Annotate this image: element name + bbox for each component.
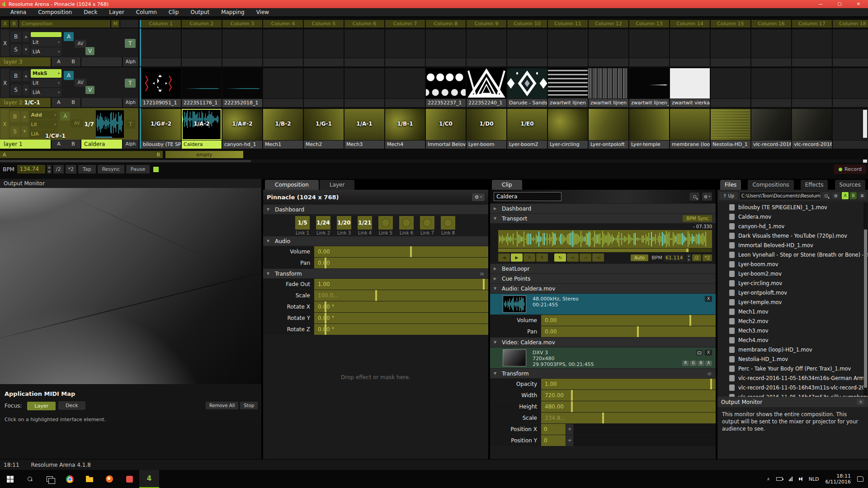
path-input[interactable]: C:\Users\Toon\Documents\Resolume\Clips <box>739 192 821 200</box>
rotate-x-slider[interactable]: 0.00 ° <box>314 301 488 312</box>
clip-cell[interactable]: Lyer-circling <box>548 108 588 149</box>
section-clip-audio[interactable]: ▼Audio: Caldera.mov <box>490 284 716 293</box>
column-header[interactable]: Column 11 <box>548 20 588 28</box>
start-button[interactable] <box>0 470 20 488</box>
file-row[interactable]: membrane (loop)-HD_1.mov <box>717 345 868 354</box>
menu-arena[interactable]: Arena <box>5 9 32 15</box>
file-list-scrollbar[interactable] <box>863 202 868 396</box>
clip-cell[interactable]: zwartwit lijnen h... <box>548 67 588 107</box>
file-row[interactable]: vlc-record-2016-11-05-16h43m11s-vlc-reco… <box>717 383 868 392</box>
empty-clip-cell[interactable] <box>182 28 222 66</box>
composition-x-button[interactable]: X <box>1 20 9 28</box>
column-header[interactable]: Column 15 <box>711 20 750 28</box>
empty-clip-cell[interactable] <box>629 28 669 66</box>
tab-sources[interactable]: Sources <box>835 180 865 190</box>
dashboard-link-7[interactable]: Link 7 <box>420 216 435 236</box>
section-output-monitor[interactable]: Output Monitor x <box>717 397 868 407</box>
focus-layer-button[interactable]: Layer <box>27 402 56 410</box>
menu-column[interactable]: Column <box>130 9 163 15</box>
close-icon[interactable]: X <box>705 296 712 302</box>
clip-cell[interactable]: 1/D0Lyer-boom <box>467 108 506 149</box>
volume-slider[interactable]: 0.00 <box>314 246 488 257</box>
layer1-blend-dropdown[interactable]: Add▾ <box>29 111 58 119</box>
slider-handle[interactable] <box>325 313 326 324</box>
layer3-blend-dropdown[interactable]: ▾ <box>31 32 61 37</box>
section-clip-dashboard[interactable]: ▶Dashboard <box>490 204 716 213</box>
layer2-ab-buttons[interactable]: AB <box>52 98 80 107</box>
layer1-audio-button[interactable]: A <box>60 112 70 121</box>
menu-clip[interactable]: Clip <box>163 9 185 15</box>
section-cue-points[interactable]: ▶Cue Points <box>490 274 716 283</box>
layer1-alpha-button[interactable]: Alph <box>123 140 138 149</box>
clip-cell[interactable]: Lyer-temple <box>629 108 669 149</box>
minimize-button[interactable]: — <box>811 0 830 8</box>
file-row[interactable]: Immortal Beloved-HD_1.mov <box>717 240 868 250</box>
empty-clip-cell[interactable] <box>833 28 868 66</box>
empty-clip-cell[interactable] <box>792 28 832 66</box>
search-icon[interactable] <box>689 192 699 201</box>
gear-icon[interactable]: ⚙▾ <box>702 192 712 201</box>
clip-bpm-value[interactable]: 61.114 <box>664 254 685 262</box>
section-transport[interactable]: ▼Transport BPM Sync <box>490 214 716 223</box>
layer1-x-button[interactable]: X <box>1 109 9 139</box>
empty-clip-cell[interactable] <box>263 28 303 66</box>
column-header[interactable]: Column 9 <box>467 20 506 28</box>
bpm-value[interactable]: 134.74 <box>17 165 45 174</box>
clip-cell[interactable]: 222352240_1 <box>467 67 506 107</box>
empty-clip-cell[interactable] <box>670 28 710 66</box>
layer2-up-button[interactable]: ▲ <box>23 70 29 81</box>
clip-cell[interactable]: Nestolia-HD_1 <box>711 108 750 149</box>
file-row[interactable]: Caldera.mov <box>717 212 868 221</box>
search-icon[interactable] <box>822 192 830 199</box>
remove-all-button[interactable]: Remove All <box>206 402 238 409</box>
grid-horizontal-scrollbar[interactable] <box>0 160 868 163</box>
auto-pilot-button[interactable]: Auto <box>631 254 648 261</box>
crossfader-clip-slot[interactable]: empty <box>165 151 243 158</box>
opacity-slider[interactable]: 1.00 <box>541 379 716 389</box>
slider-handle[interactable] <box>325 324 326 335</box>
layer3-mode2-dropdown[interactable]: Lit▾ <box>31 38 61 47</box>
transport-back-button[interactable]: ◀ <box>498 253 510 262</box>
file-row[interactable]: bilousby (TE SPIEGELEN)_1_1.mov <box>717 202 868 212</box>
composition-label[interactable]: Composition <box>19 20 110 28</box>
slider-handle[interactable] <box>571 401 573 412</box>
layer1-solo-button[interactable]: S <box>10 126 20 137</box>
dashboard-link-button[interactable] <box>378 216 393 230</box>
column-header[interactable]: Column 14 <box>670 20 710 28</box>
column-header[interactable]: Column 1 <box>141 20 181 28</box>
playmode-bounce-button[interactable]: ↔ <box>567 253 579 262</box>
dashboard-link-6[interactable]: Link 6 <box>399 216 414 236</box>
layer1-transition-button[interactable]: T <box>125 120 136 129</box>
view-mode-icon[interactable]: ≣ <box>858 192 866 199</box>
empty-clip-cell[interactable] <box>833 67 868 107</box>
increment-button[interactable]: + <box>566 435 573 446</box>
position-y-value[interactable]: 0 <box>541 435 566 446</box>
column-header[interactable]: Column 4 <box>263 20 303 28</box>
file-explorer-icon[interactable] <box>80 470 99 488</box>
width-slider[interactable]: 720.00 <box>541 390 716 401</box>
slider-handle[interactable] <box>602 413 604 423</box>
clip-name-input[interactable]: Caldera <box>494 192 561 201</box>
tab-clip[interactable]: Clip <box>492 180 522 190</box>
position-x-value[interactable]: 0 <box>541 424 566 435</box>
clip-cell[interactable]: 1/A#-2canyon-hd_1 <box>222 108 262 149</box>
transport-pause-button[interactable]: II <box>524 253 535 262</box>
layer3-x-button[interactable]: X <box>1 30 9 56</box>
resync-button[interactable]: Resync <box>98 165 124 174</box>
dashboard-link-2[interactable]: 1/24Link 2 <box>316 216 331 236</box>
bpm-half-button[interactable]: /2 <box>53 165 64 174</box>
menu-deck[interactable]: Deck <box>78 9 103 15</box>
clip-cell[interactable]: 1/G-1Mech2 <box>304 108 344 149</box>
clip-cell[interactable]: membrane (loop)... <box>670 108 710 149</box>
layer1-name[interactable]: layer 1 <box>0 140 51 149</box>
clip-cell[interactable]: 1/A-1Mech3 <box>344 108 384 149</box>
action-center-icon[interactable] <box>857 476 863 482</box>
menu-mapping[interactable]: Mapping <box>215 9 250 15</box>
dashboard-link-button[interactable]: 1/5 <box>295 216 310 230</box>
column-header[interactable]: Column 13 <box>629 20 669 28</box>
file-row[interactable]: Lyer-temple.mov <box>717 297 868 307</box>
empty-clip-cell[interactable] <box>589 28 628 66</box>
composition-bypass-button[interactable]: B <box>10 20 18 28</box>
section-clip-video[interactable]: ▼Video: Caldera.mov <box>490 338 716 347</box>
clip-cell[interactable]: 1/A-2Caldera <box>182 108 222 149</box>
